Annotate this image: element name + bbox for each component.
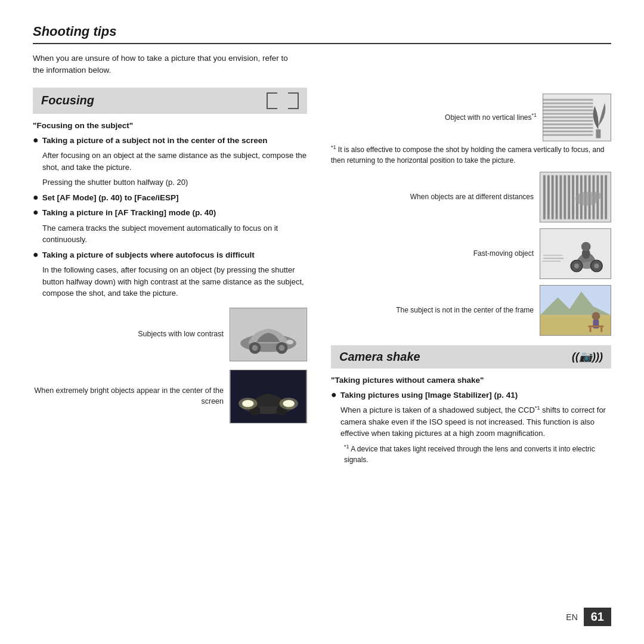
svg-point-12 xyxy=(280,398,298,410)
svg-rect-26 xyxy=(543,134,593,135)
focus-bracket-icon xyxy=(267,92,299,109)
different-distances-image xyxy=(540,172,611,222)
svg-rect-32 xyxy=(556,175,558,219)
camera-shake-icon: ((📷))) xyxy=(572,350,603,363)
bracket-right xyxy=(277,92,299,109)
svg-rect-44 xyxy=(605,175,607,219)
svg-point-3 xyxy=(252,345,258,351)
bullet-1-bold: Taking a picture of a subject not in the… xyxy=(42,136,268,145)
right-image-row-4: The subject is not in the center of the … xyxy=(331,285,611,336)
bullet-4-dot: ● xyxy=(33,250,39,259)
right-image-row-1: Object with no vertical lines*1 xyxy=(331,94,611,141)
camera-shake-super: *1 xyxy=(535,405,540,411)
bullet-2-text: Set [AF Mode] (p. 40) to [Face/iESP] xyxy=(42,192,179,204)
page-title: Shooting tips xyxy=(33,24,611,44)
svg-rect-16 xyxy=(543,98,593,100)
page-number-area: EN 61 xyxy=(566,608,611,626)
bracket-left xyxy=(267,92,276,109)
svg-point-55 xyxy=(594,264,599,268)
bullet-item-1: ● Taking a picture of a subject not in t… xyxy=(33,135,307,147)
camera-shake-section: Camera shake ((📷))) "Taking pictures wit… xyxy=(331,345,611,465)
svg-rect-21 xyxy=(543,116,593,118)
svg-rect-17 xyxy=(543,102,593,104)
right-column: Object with no vertical lines*1 xyxy=(331,88,611,469)
intro-text: When you are unsure of how to take a pic… xyxy=(33,52,295,77)
camera-shake-footnote-super: *1 xyxy=(344,444,349,450)
fast-moving-label: Fast-moving object xyxy=(331,249,534,259)
right-image-row-2: When objects are at different distances xyxy=(331,172,611,222)
svg-rect-25 xyxy=(543,130,593,132)
camera-shake-header: Camera shake ((📷))) xyxy=(331,345,611,369)
bullet-item-3: ● Taking a picture in [AF Tracking] mode… xyxy=(33,207,307,219)
bullet-3-dot: ● xyxy=(33,208,39,217)
svg-rect-27 xyxy=(596,129,600,138)
camera-shake-title: Camera shake xyxy=(339,350,420,364)
svg-point-14 xyxy=(239,398,257,410)
bullet-item-4: ● Taking a picture of subjects where aut… xyxy=(33,249,307,261)
svg-rect-22 xyxy=(543,120,593,122)
camera-shake-bullet: ● Taking pictures using [Image Stabilize… xyxy=(331,389,611,401)
bullet-3-text: Taking a picture in [AF Tracking] mode (… xyxy=(42,207,216,219)
en-label: EN xyxy=(566,612,577,622)
svg-rect-29 xyxy=(543,175,546,219)
focusing-title: Focusing xyxy=(41,94,94,107)
svg-point-53 xyxy=(574,264,579,268)
footnote-1: *1 It is also effective to compose the s… xyxy=(331,144,611,166)
svg-rect-36 xyxy=(572,175,574,219)
camera-shake-bullet-text: Taking pictures using [Image Stabilizer]… xyxy=(340,389,518,401)
svg-rect-20 xyxy=(543,113,593,114)
image-row-low-contrast: Subjects with low contrast xyxy=(33,308,307,361)
bullet-item-2: ● Set [AF Mode] (p. 40) to [Face/iESP] xyxy=(33,192,307,204)
bullet-2-dot: ● xyxy=(33,193,39,202)
no-vertical-image xyxy=(543,94,611,141)
camera-shake-body: When a picture is taken of a shadowed su… xyxy=(340,404,611,439)
svg-rect-64 xyxy=(590,327,592,332)
svg-rect-19 xyxy=(543,109,593,111)
bullet-1-text: Taking a picture of a subject not in the… xyxy=(42,135,268,147)
bullet-1-dot: ● xyxy=(33,135,39,145)
camera-shake-bullet-dot: ● xyxy=(331,390,337,400)
svg-rect-65 xyxy=(600,327,602,332)
svg-rect-60 xyxy=(540,315,611,335)
svg-point-57 xyxy=(581,242,591,251)
svg-rect-24 xyxy=(543,127,593,129)
page-number: 61 xyxy=(584,608,611,626)
footnote-1-super: *1 xyxy=(331,144,336,150)
focusing-section-header: Focusing xyxy=(33,88,307,114)
right-image-row-3: Fast-moving object xyxy=(331,228,611,279)
camera-shake-footnote: *1 A device that takes light received th… xyxy=(344,443,611,465)
low-contrast-image xyxy=(230,308,307,361)
focusing-sub-heading: "Focusing on the subject" xyxy=(33,121,307,130)
no-vertical-super: *1 xyxy=(531,112,537,118)
svg-rect-63 xyxy=(589,325,604,327)
fast-moving-image xyxy=(540,228,611,279)
svg-rect-35 xyxy=(568,175,570,219)
svg-point-61 xyxy=(592,312,600,320)
different-distances-label: When objects are at different distances xyxy=(331,192,534,202)
svg-point-5 xyxy=(279,345,285,351)
bullet-3-body: The camera tracks the subject movement a… xyxy=(42,222,307,246)
not-center-label: The subject is not in the center of the … xyxy=(331,305,534,315)
svg-rect-34 xyxy=(564,175,566,219)
page: Shooting tips When you are unsure of how… xyxy=(0,0,644,644)
bright-label: When extremely bright objects appear in … xyxy=(33,386,224,407)
svg-point-6 xyxy=(286,340,293,345)
image-row-bright: When extremely bright objects appear in … xyxy=(33,370,307,423)
bullet-4-text: Taking a picture of subjects where autof… xyxy=(42,249,255,261)
left-column: Focusing "Focusing on the subject" ● Tak… xyxy=(33,88,307,469)
svg-point-46 xyxy=(592,191,602,200)
svg-rect-18 xyxy=(543,106,593,107)
svg-rect-31 xyxy=(552,175,554,219)
svg-rect-23 xyxy=(543,123,593,125)
bullet-4-body: In the following cases, after focusing o… xyxy=(42,264,307,299)
svg-rect-30 xyxy=(547,175,550,219)
no-vertical-label: Object with no vertical lines*1 xyxy=(331,112,537,123)
bullet-1-body2: Pressing the shutter button halfway (p. … xyxy=(42,177,307,188)
two-column-layout: Focusing "Focusing on the subject" ● Tak… xyxy=(33,88,611,469)
svg-rect-33 xyxy=(559,175,562,219)
camera-shake-sub-heading: "Taking pictures without camera shake" xyxy=(331,376,611,385)
bright-image xyxy=(230,370,307,423)
svg-rect-43 xyxy=(600,175,603,219)
bullet-1-body1: After focusing on an object at the same … xyxy=(42,150,307,173)
low-contrast-label: Subjects with low contrast xyxy=(33,329,224,340)
